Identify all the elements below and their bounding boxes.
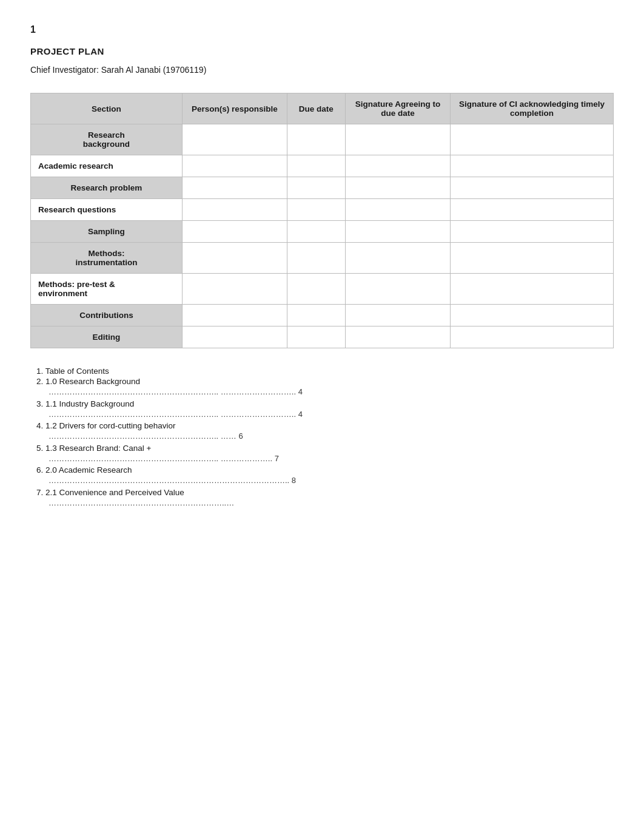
header-sig-ci: Signature of CI acknowledging timely com…: [450, 93, 613, 124]
header-person: Person(s) responsible: [182, 93, 287, 124]
table-row: Sampling: [31, 221, 614, 243]
row-editing: Editing: [31, 326, 183, 348]
row-methods-pretest: Methods: pre-test &environment: [31, 274, 183, 305]
row-research-problem: Research problem: [31, 177, 183, 199]
sig-agree-label: Signature Agreeing to due date: [355, 100, 441, 118]
row-contributions: Contributions: [31, 305, 183, 326]
toc-item: 6. 2.0 Academic Research …………………………………………: [30, 465, 614, 487]
table-row: Methods:instrumentation: [31, 243, 614, 274]
toc-item: 4. 1.2 Drivers for cord-cutting behavior…: [30, 421, 614, 442]
table-row: Academic research: [31, 155, 614, 177]
table-row: Methods: pre-test &environment: [31, 274, 614, 305]
table-row: Contributions: [31, 305, 614, 326]
page-number: 1: [30, 24, 614, 35]
toc-item: 5. 1.3 Research Brand: Canal + …………………………: [30, 444, 614, 465]
toc-item: 2. 1.0 Research Background ……………………………………: [30, 377, 614, 398]
toc-item: 3. 1.1 Industry Background ……………………………………: [30, 399, 614, 421]
project-title: PROJECT PLAN: [30, 46, 614, 56]
row-methods-instrumentation: Methods:instrumentation: [31, 243, 183, 274]
table-row: Editing: [31, 326, 614, 348]
toc-item: 7. 2.1 Convenience and Perceived Value ……: [30, 488, 614, 509]
header-section: Section: [31, 93, 183, 124]
ci-line: Chief Investigator: Sarah Al Janabi (197…: [30, 65, 614, 75]
toc-section: 1. Table of Contents 2. 1.0 Research Bac…: [30, 367, 614, 509]
row-research-background: Researchbackground: [31, 124, 183, 155]
table-row: Research questions: [31, 199, 614, 221]
table-row: Research problem: [31, 177, 614, 199]
toc-item: 1. Table of Contents: [30, 367, 614, 376]
row-academic-research: Academic research: [31, 155, 183, 177]
row-sampling: Sampling: [31, 221, 183, 243]
header-sig-agree: Signature Agreeing to due date: [345, 93, 450, 124]
project-plan-table: Section Person(s) responsible Due date S…: [30, 93, 614, 348]
header-due: Due date: [287, 93, 345, 124]
table-row: Researchbackground: [31, 124, 614, 155]
row-research-questions: Research questions: [31, 199, 183, 221]
